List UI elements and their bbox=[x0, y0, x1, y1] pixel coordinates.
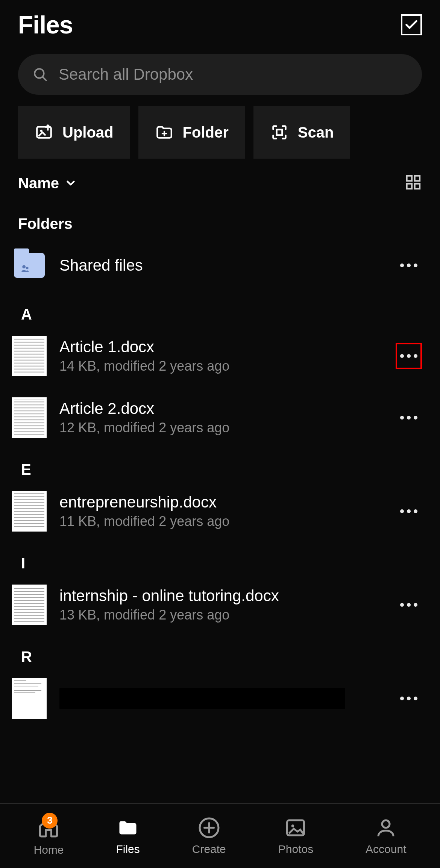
document-thumbnail bbox=[12, 397, 47, 438]
file-more-button[interactable] bbox=[396, 685, 422, 712]
file-more-button[interactable] bbox=[396, 404, 422, 431]
action-bar: Upload Folder Scan bbox=[0, 106, 440, 174]
tab-files-label: Files bbox=[116, 843, 140, 856]
tab-files[interactable]: Files bbox=[116, 816, 140, 856]
person-icon bbox=[375, 816, 397, 839]
document-thumbnail bbox=[12, 491, 47, 532]
alpha-header: E bbox=[0, 448, 440, 480]
grid-icon bbox=[405, 174, 422, 191]
file-more-button[interactable] bbox=[396, 592, 422, 618]
more-icon bbox=[400, 354, 417, 358]
svg-rect-4 bbox=[276, 130, 282, 135]
more-icon bbox=[400, 603, 417, 607]
page-title: Files bbox=[18, 11, 73, 39]
file-meta: 14 KB, modified 2 years ago bbox=[59, 358, 383, 374]
more-icon bbox=[400, 697, 417, 700]
tab-account[interactable]: Account bbox=[366, 816, 406, 856]
file-name: Article 1.docx bbox=[59, 338, 383, 356]
scan-label: Scan bbox=[298, 124, 334, 141]
svg-point-10 bbox=[26, 267, 29, 270]
svg-rect-7 bbox=[407, 184, 412, 189]
file-row-main: Article 2.docx12 KB, modified 2 years ag… bbox=[59, 400, 383, 436]
alpha-header: A bbox=[0, 293, 440, 325]
tab-create-label: Create bbox=[192, 843, 226, 856]
file-meta: 12 KB, modified 2 years ago bbox=[59, 420, 383, 436]
more-icon bbox=[400, 264, 417, 267]
new-folder-button[interactable]: Folder bbox=[138, 106, 245, 159]
file-row-main: Article 1.docx14 KB, modified 2 years ag… bbox=[59, 338, 383, 374]
alpha-header: R bbox=[0, 636, 440, 668]
svg-point-13 bbox=[291, 824, 294, 827]
more-icon bbox=[400, 416, 417, 420]
tab-create[interactable]: Create bbox=[192, 816, 226, 856]
people-icon bbox=[19, 264, 32, 273]
tab-bar: 3 Home Files Create Photos Account bbox=[0, 803, 440, 868]
sort-toggle[interactable]: Name bbox=[18, 175, 77, 192]
tab-account-label: Account bbox=[366, 843, 406, 856]
home-badge: 3 bbox=[42, 813, 58, 829]
svg-point-14 bbox=[382, 820, 390, 828]
sort-label: Name bbox=[18, 175, 59, 192]
file-more-button[interactable] bbox=[396, 498, 422, 524]
search-bar[interactable] bbox=[18, 54, 422, 95]
file-meta: 13 KB, modified 2 years ago bbox=[59, 607, 383, 623]
svg-rect-6 bbox=[415, 176, 420, 181]
file-row[interactable]: Article 2.docx12 KB, modified 2 years ag… bbox=[0, 387, 440, 448]
folder-icon bbox=[12, 248, 47, 283]
folder-icon bbox=[117, 816, 139, 839]
file-row-main: internship - online tutoring.docx13 KB, … bbox=[59, 587, 383, 623]
tab-photos[interactable]: Photos bbox=[278, 816, 313, 856]
svg-rect-5 bbox=[407, 176, 412, 181]
svg-rect-8 bbox=[415, 184, 420, 189]
folder-name: Shared files bbox=[59, 256, 383, 274]
folder-plus-icon bbox=[155, 123, 174, 142]
upload-icon bbox=[35, 123, 53, 142]
folder-row[interactable]: Shared files bbox=[0, 238, 440, 293]
file-name: Article 2.docx bbox=[59, 400, 383, 418]
scan-button[interactable]: Scan bbox=[253, 106, 350, 159]
tab-photos-label: Photos bbox=[278, 843, 313, 856]
file-row[interactable]: Article 1.docx14 KB, modified 2 years ag… bbox=[0, 325, 440, 387]
plus-circle-icon bbox=[198, 816, 220, 839]
folders-header: Folders bbox=[0, 204, 440, 238]
scan-icon bbox=[270, 123, 289, 142]
file-name: entrepreneurship.docx bbox=[59, 493, 383, 511]
upload-label: Upload bbox=[62, 124, 114, 141]
folder-more-button[interactable] bbox=[396, 252, 422, 279]
document-thumbnail bbox=[12, 678, 47, 719]
file-row[interactable]: internship - online tutoring.docx13 KB, … bbox=[0, 574, 440, 636]
document-thumbnail bbox=[12, 336, 47, 376]
file-row[interactable] bbox=[0, 668, 440, 729]
file-row[interactable]: entrepreneurship.docx11 KB, modified 2 y… bbox=[0, 480, 440, 542]
checkmark-icon bbox=[404, 17, 419, 32]
alpha-header: I bbox=[0, 542, 440, 574]
svg-point-9 bbox=[22, 265, 26, 268]
folder-row-main: Shared files bbox=[59, 256, 383, 274]
file-row-main: entrepreneurship.docx11 KB, modified 2 y… bbox=[59, 493, 383, 529]
view-grid-button[interactable] bbox=[405, 174, 422, 192]
header: Files bbox=[0, 0, 440, 47]
photo-icon bbox=[284, 816, 307, 839]
tab-home-label: Home bbox=[33, 844, 64, 856]
more-icon bbox=[400, 509, 417, 513]
search-input[interactable] bbox=[59, 65, 408, 83]
folder-label: Folder bbox=[183, 124, 229, 141]
svg-line-1 bbox=[43, 77, 46, 80]
upload-button[interactable]: Upload bbox=[18, 106, 130, 159]
redacted-file-name bbox=[59, 688, 345, 709]
file-name: internship - online tutoring.docx bbox=[59, 587, 383, 605]
tab-home[interactable]: 3 Home bbox=[33, 816, 64, 856]
file-more-button[interactable] bbox=[396, 343, 422, 369]
search-icon bbox=[32, 67, 48, 82]
sort-row: Name bbox=[0, 174, 440, 204]
chevron-down-icon bbox=[64, 177, 77, 189]
file-row-main bbox=[59, 688, 383, 709]
document-thumbnail bbox=[12, 585, 47, 625]
select-mode-button[interactable] bbox=[401, 14, 422, 35]
file-meta: 11 KB, modified 2 years ago bbox=[59, 514, 383, 529]
